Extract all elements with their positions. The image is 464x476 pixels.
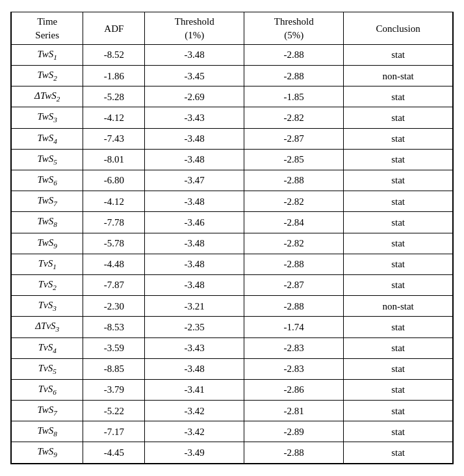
cell-t5: -2.88 (244, 296, 344, 317)
table-row: TvS5-8.85-3.48-2.83stat (12, 358, 453, 379)
cell-adf: -8.53 (83, 317, 145, 337)
table-row: TwS9-5.78-3.48-2.82stat (12, 233, 453, 254)
cell-adf: -4.12 (83, 191, 145, 212)
table-row: TwS1-8.52-3.48-2.88stat (12, 44, 453, 65)
cell-t1: -3.45 (145, 66, 244, 86)
header-threshold-5: Threshold(5%) (244, 12, 344, 44)
header-time-series: TimeSeries (12, 12, 83, 44)
cell-adf: -3.59 (83, 337, 145, 358)
table-row: TvS6-3.79-3.41-2.86stat (12, 379, 453, 400)
table-row: TvS3-2.30-3.21-2.88non-stat (12, 296, 453, 317)
cell-t1: -3.48 (145, 44, 244, 65)
cell-series: TwS8 (12, 421, 83, 442)
header-conclusion: Conclusion (344, 12, 453, 44)
cell-t5: -2.88 (244, 170, 344, 191)
cell-conclusion: stat (344, 44, 453, 65)
cell-t5: -2.81 (244, 401, 344, 421)
table-row: TvS4-3.59-3.43-2.83stat (12, 337, 453, 358)
table-row: ΔTvS3-8.53-2.35-1.74stat (12, 317, 453, 337)
cell-adf: -8.01 (83, 149, 145, 170)
cell-t5: -2.87 (244, 274, 344, 295)
cell-adf: -7.43 (83, 128, 145, 149)
header-adf: ADF (83, 12, 145, 44)
cell-adf: -8.85 (83, 358, 145, 379)
cell-conclusion: stat (344, 421, 453, 442)
cell-adf: -5.22 (83, 401, 145, 421)
cell-adf: -4.45 (83, 442, 145, 463)
cell-adf: -5.78 (83, 233, 145, 254)
cell-conclusion: stat (344, 107, 453, 128)
cell-t1: -3.21 (145, 296, 244, 317)
cell-conclusion: stat (344, 442, 453, 463)
cell-conclusion: stat (344, 191, 453, 212)
cell-t1: -3.43 (145, 107, 244, 128)
cell-conclusion: stat (344, 254, 453, 274)
table-row: TwS7-5.22-3.42-2.81stat (12, 401, 453, 421)
cell-t1: -3.48 (145, 254, 244, 274)
cell-series: TwS2 (12, 66, 83, 86)
cell-series: TvS1 (12, 254, 83, 274)
cell-conclusion: stat (344, 337, 453, 358)
table-row: TwS9-4.45-3.49-2.88stat (12, 442, 453, 463)
cell-conclusion: stat (344, 379, 453, 400)
cell-t5: -1.85 (244, 86, 344, 107)
cell-t5: -2.82 (244, 107, 344, 128)
cell-conclusion: stat (344, 317, 453, 337)
cell-t5: -2.84 (244, 212, 344, 233)
cell-conclusion: stat (344, 358, 453, 379)
cell-series: TwS6 (12, 170, 83, 191)
cell-adf: -5.28 (83, 86, 145, 107)
cell-t5: -2.86 (244, 379, 344, 400)
cell-t5: -2.88 (244, 44, 344, 65)
cell-t5: -2.83 (244, 337, 344, 358)
cell-t1: -3.43 (145, 337, 244, 358)
header-threshold-1: Threshold(1%) (145, 12, 244, 44)
cell-series: TvS6 (12, 379, 83, 400)
cell-series: TwS9 (12, 442, 83, 463)
cell-t1: -3.48 (145, 233, 244, 254)
cell-t1: -3.41 (145, 379, 244, 400)
cell-t5: -1.74 (244, 317, 344, 337)
cell-adf: -7.87 (83, 274, 145, 295)
cell-t5: -2.88 (244, 442, 344, 463)
cell-series: TwS7 (12, 191, 83, 212)
cell-conclusion: stat (344, 149, 453, 170)
table-row: TwS2-1.86-3.45-2.88non-stat (12, 66, 453, 86)
cell-adf: -2.30 (83, 296, 145, 317)
cell-conclusion: non-stat (344, 296, 453, 317)
cell-t1: -2.35 (145, 317, 244, 337)
cell-series: TwS5 (12, 149, 83, 170)
cell-series: TwS9 (12, 233, 83, 254)
table-row: TwS3-4.12-3.43-2.82stat (12, 107, 453, 128)
cell-adf: -3.79 (83, 379, 145, 400)
table-row: TwS8-7.17-3.42-2.89stat (12, 421, 453, 442)
cell-series: TwS8 (12, 212, 83, 233)
cell-conclusion: stat (344, 401, 453, 421)
cell-series: TwS1 (12, 44, 83, 65)
table-container: TimeSeries ADF Threshold(1%) Threshold(5… (10, 12, 454, 464)
cell-series: ΔTvS3 (12, 317, 83, 337)
table-row: TvS1-4.48-3.48-2.88stat (12, 254, 453, 274)
cell-series: TvS2 (12, 274, 83, 295)
cell-adf: -6.80 (83, 170, 145, 191)
cell-t5: -2.82 (244, 233, 344, 254)
cell-adf: -1.86 (83, 66, 145, 86)
table-row: TwS5-8.01-3.48-2.85stat (12, 149, 453, 170)
cell-t1: -3.47 (145, 170, 244, 191)
cell-t5: -2.89 (244, 421, 344, 442)
cell-t1: -3.48 (145, 358, 244, 379)
cell-conclusion: stat (344, 86, 453, 107)
cell-t5: -2.83 (244, 358, 344, 379)
cell-t1: -3.46 (145, 212, 244, 233)
cell-conclusion: stat (344, 233, 453, 254)
cell-t1: -3.48 (145, 149, 244, 170)
table-row: TwS4-7.43-3.48-2.87stat (12, 128, 453, 149)
cell-conclusion: stat (344, 274, 453, 295)
cell-series: TvS4 (12, 337, 83, 358)
cell-t1: -3.48 (145, 128, 244, 149)
cell-t5: -2.85 (244, 149, 344, 170)
cell-series: ΔTwS2 (12, 86, 83, 107)
cell-t1: -2.69 (145, 86, 244, 107)
cell-t1: -3.49 (145, 442, 244, 463)
cell-adf: -4.48 (83, 254, 145, 274)
